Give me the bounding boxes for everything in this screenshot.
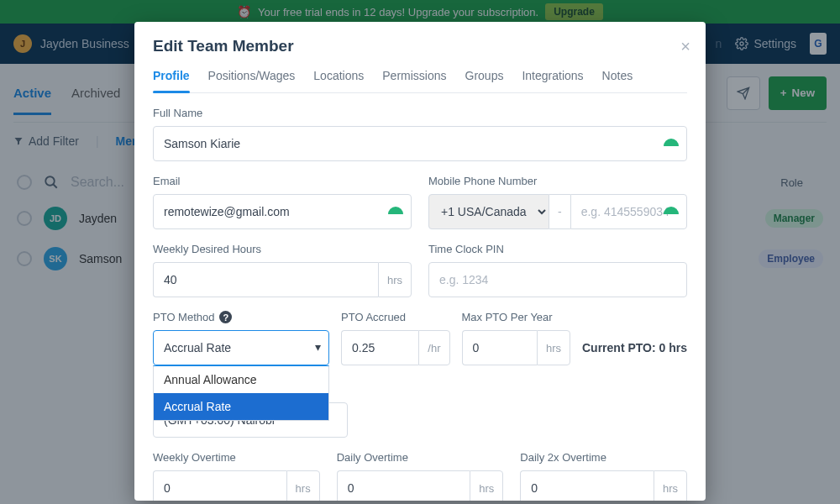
- hrs-suffix: hrs: [378, 262, 412, 297]
- daily-2x-ot-label: Daily 2x Overtime: [520, 451, 687, 464]
- pto-accrued-label: PTO Accrued: [341, 311, 450, 323]
- max-pto-input[interactable]: [462, 330, 537, 365]
- pin-input[interactable]: [428, 262, 687, 297]
- edit-team-member-modal: Edit Team Member × ProfilePositions/Wage…: [134, 22, 706, 501]
- weekly-ot-input[interactable]: [153, 470, 286, 501]
- full-name-label: Full Name: [153, 107, 687, 119]
- max-pto-label: Max PTO Per Year: [462, 311, 571, 323]
- weekly-hours-input[interactable]: [153, 262, 378, 297]
- weekly-ot-label: Weekly Overtime: [153, 451, 320, 464]
- modal-tab-positions-wages[interactable]: Positions/Wages: [208, 64, 296, 92]
- daily-ot-label: Daily Overtime: [337, 451, 504, 464]
- modal-tab-permissions[interactable]: Permissions: [382, 64, 446, 92]
- pto-method-label: PTO Method ?: [153, 311, 329, 323]
- current-pto-text: Current PTO: 0 hrs: [582, 323, 687, 354]
- daily-ot-input[interactable]: [337, 470, 470, 501]
- modal-tab-groups[interactable]: Groups: [465, 64, 504, 92]
- full-name-input[interactable]: [153, 126, 687, 161]
- daily-2x-ot-input[interactable]: [520, 470, 654, 501]
- status-indicator-icon: [664, 139, 679, 149]
- pto-accrued-input[interactable]: [341, 330, 418, 365]
- country-code-select[interactable]: +1 USA/Canada: [428, 194, 549, 229]
- status-indicator-icon: [664, 207, 679, 217]
- modal-tab-notes[interactable]: Notes: [602, 64, 633, 92]
- phone-separator: -: [549, 194, 570, 229]
- modal-overlay: Edit Team Member × ProfilePositions/Wage…: [0, 0, 840, 504]
- status-indicator-icon: [388, 207, 403, 217]
- pto-option-accrual[interactable]: Accrual Rate: [154, 393, 328, 420]
- close-icon[interactable]: ×: [680, 37, 690, 56]
- pto-method-select[interactable]: Accrual Rate: [153, 330, 329, 365]
- modal-tab-profile[interactable]: Profile: [153, 64, 190, 92]
- pto-method-dropdown: Annual Allowance Accrual Rate: [153, 365, 329, 421]
- weekly-hours-label: Weekly Desired Hours: [153, 243, 412, 255]
- email-label: Email: [153, 175, 412, 187]
- mobile-label: Mobile Phone Number: [428, 175, 687, 187]
- email-input[interactable]: [153, 194, 412, 229]
- help-icon[interactable]: ?: [219, 311, 232, 323]
- pto-option-annual[interactable]: Annual Allowance: [154, 366, 328, 393]
- modal-tab-locations[interactable]: Locations: [313, 64, 364, 92]
- modal-title: Edit Team Member: [153, 37, 687, 55]
- modal-tab-integrations[interactable]: Integrations: [522, 64, 583, 92]
- pin-label: Time Clock PIN: [428, 243, 687, 255]
